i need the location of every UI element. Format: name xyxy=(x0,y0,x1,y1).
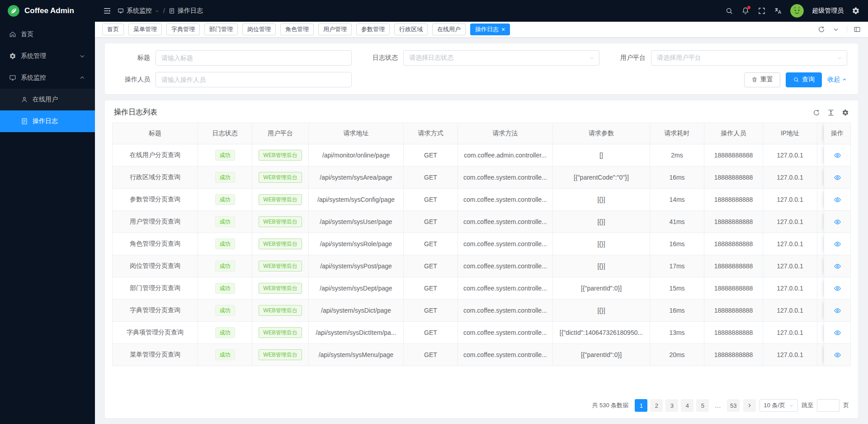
layout-panel-icon[interactable] xyxy=(854,26,861,33)
breadcrumb-system-monitor[interactable]: 系统监控 xyxy=(118,7,160,15)
column-settings-gear-icon[interactable] xyxy=(842,109,849,116)
translate-icon[interactable] xyxy=(774,7,782,15)
title-input[interactable] xyxy=(156,50,352,66)
tab-部门管理[interactable]: 部门管理 xyxy=(204,24,238,35)
tab-label: 字典管理 xyxy=(171,25,195,33)
page-button-4[interactable]: 4 xyxy=(681,399,693,412)
search-button[interactable]: 查询 xyxy=(786,72,822,87)
sidebar-item-system-monitor[interactable]: 系统监控 xyxy=(0,67,95,89)
user-name[interactable]: 超级管理员 xyxy=(812,7,844,15)
platform-tag: WEB管理后台 xyxy=(259,349,302,360)
refresh-icon[interactable] xyxy=(818,26,825,33)
view-detail-eye-icon[interactable] xyxy=(834,262,841,270)
collapse-sidebar-icon[interactable] xyxy=(103,7,111,15)
view-detail-eye-icon[interactable] xyxy=(834,174,841,181)
fullscreen-icon[interactable] xyxy=(758,7,766,15)
platform-tag: WEB管理后台 xyxy=(259,261,302,272)
tab-字典管理[interactable]: 字典管理 xyxy=(166,24,200,35)
view-detail-eye-icon[interactable] xyxy=(834,196,841,204)
cell-ip: 127.0.0.1 xyxy=(763,189,817,211)
page-button-53[interactable]: 53 xyxy=(727,399,740,412)
cell-ip: 127.0.0.1 xyxy=(763,300,817,322)
sidebar-item-online-users[interactable]: 在线用户 xyxy=(0,89,95,110)
page-button-5[interactable]: 5 xyxy=(696,399,709,412)
tab-bar: 首页菜单管理字典管理部门管理岗位管理角色管理用户管理参数管理行政区域在线用户操作… xyxy=(95,22,868,37)
cell-func: com.coffee.system.controlle... xyxy=(458,300,553,322)
tab-在线用户[interactable]: 在线用户 xyxy=(432,24,466,35)
tab-首页[interactable]: 首页 xyxy=(102,24,124,35)
home-icon xyxy=(9,31,16,38)
refresh-icon[interactable] xyxy=(813,109,820,116)
table-scroll-area[interactable]: 标题日志状态用户平台请求地址请求方式请求方法请求参数请求耗时操作人员IP地址操作… xyxy=(112,123,851,394)
table-header-row: 标题日志状态用户平台请求地址请求方式请求方法请求参数请求耗时操作人员IP地址操作… xyxy=(112,123,851,144)
tab-菜单管理[interactable]: 菜单管理 xyxy=(128,24,162,35)
tab-操作日志[interactable]: 操作日志× xyxy=(470,24,510,35)
tab-参数管理[interactable]: 参数管理 xyxy=(356,24,390,35)
cell-func: com.coffee.system.controlle... xyxy=(458,344,553,366)
view-detail-eye-icon[interactable] xyxy=(834,285,841,292)
avatar[interactable] xyxy=(790,4,804,18)
cell-params: [{}] xyxy=(553,233,650,255)
tab-close-icon[interactable]: × xyxy=(501,26,505,33)
coffee-logo-icon xyxy=(7,5,20,17)
cell-params: [{}] xyxy=(553,255,650,277)
gear-icon xyxy=(9,52,16,60)
next-page-button[interactable] xyxy=(743,399,756,412)
view-detail-eye-icon[interactable] xyxy=(834,307,841,314)
table-row: 角色管理分页查询成功WEB管理后台/api/system/sysRole/pag… xyxy=(112,233,851,255)
view-detail-eye-icon[interactable] xyxy=(834,329,841,337)
tab-行政区域[interactable]: 行政区域 xyxy=(394,24,428,35)
cell-time: 17ms xyxy=(650,255,704,277)
column-height-icon[interactable] xyxy=(827,109,835,116)
cell-url: /api/system/sysPost/page xyxy=(309,255,404,277)
tab-label: 部门管理 xyxy=(209,25,233,33)
table-tools xyxy=(813,109,849,116)
chevron-down-icon xyxy=(837,55,842,61)
log-status-select[interactable]: 请选择日志状态 xyxy=(403,50,599,66)
cell-operator: 18888888888 xyxy=(704,211,763,233)
page-size-select[interactable]: 10 条/页 xyxy=(760,399,798,412)
cell-status: 成功 xyxy=(198,255,252,277)
settings-gear-icon[interactable] xyxy=(852,7,860,15)
sidebar-item-system-management[interactable]: 系统管理 xyxy=(0,45,95,67)
cell-url: /api/system/sysUser/page xyxy=(309,211,404,233)
cell-method: GET xyxy=(404,144,458,167)
reset-button[interactable]: 重置 xyxy=(744,72,780,87)
tab-label: 在线用户 xyxy=(437,25,461,33)
view-detail-eye-icon[interactable] xyxy=(834,152,841,159)
sidebar-item-operation-log[interactable]: 操作日志 xyxy=(0,110,95,132)
cell-func: com.coffee.admin.controller... xyxy=(458,144,553,167)
page-ellipsis[interactable]: ... xyxy=(712,399,724,412)
cell-title: 行政区域分页查询 xyxy=(112,167,198,189)
sidebar-item-home[interactable]: 首页 xyxy=(0,24,95,45)
cell-time: 14ms xyxy=(650,189,704,211)
cell-title: 角色管理分页查询 xyxy=(112,233,198,255)
page-button-3[interactable]: 3 xyxy=(665,399,678,412)
tab-label: 角色管理 xyxy=(285,25,309,33)
search-icon[interactable] xyxy=(725,7,733,15)
notification-bell-icon[interactable] xyxy=(741,7,750,15)
cell-title: 参数管理分页查询 xyxy=(112,189,198,211)
view-detail-eye-icon[interactable] xyxy=(834,240,841,248)
tab-用户管理[interactable]: 用户管理 xyxy=(318,24,352,35)
cell-title: 部门管理分页查询 xyxy=(112,277,198,300)
tab-actions-chevron-icon[interactable] xyxy=(832,26,840,33)
operator-input[interactable] xyxy=(156,72,352,87)
cell-method: GET xyxy=(404,322,458,344)
user-platform-select[interactable]: 请选择用户平台 xyxy=(651,50,847,66)
collapse-filter-link[interactable]: 收起 xyxy=(827,76,847,84)
operator-label: 操作人员 xyxy=(116,76,150,84)
sidebar-item-label: 系统监控 xyxy=(21,74,46,82)
logo: Coffee Admin xyxy=(0,0,95,22)
chevron-down-icon xyxy=(789,403,794,408)
tab-角色管理[interactable]: 角色管理 xyxy=(280,24,314,35)
view-detail-eye-icon[interactable] xyxy=(834,351,841,359)
cell-method: GET xyxy=(404,277,458,300)
cell-params: [{"dictId":140647326180950... xyxy=(553,322,650,344)
tab-岗位管理[interactable]: 岗位管理 xyxy=(242,24,276,35)
page-button-2[interactable]: 2 xyxy=(650,399,663,412)
jump-page-input[interactable] xyxy=(817,399,840,412)
cell-url: /api/system/sysRole/page xyxy=(309,233,404,255)
view-detail-eye-icon[interactable] xyxy=(834,218,841,226)
page-button-1[interactable]: 1 xyxy=(635,399,647,412)
